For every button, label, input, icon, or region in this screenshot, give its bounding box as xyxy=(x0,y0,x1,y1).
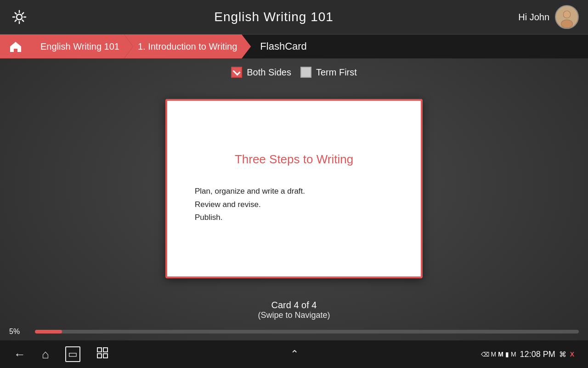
battery-icon: ▮ xyxy=(505,351,509,358)
card-counter-text: Card 4 of 4 xyxy=(0,300,588,310)
nav-center-group: ⌃ xyxy=(290,348,299,360)
nav-right-group: ⌫ M M ▮ M 12:08 PM ⌘ X xyxy=(481,350,574,359)
main-content: Both Sides Term First Three Steps to Wri… xyxy=(0,58,588,340)
breadcrumb-activity: FlashCard xyxy=(242,34,588,58)
svg-point-5 xyxy=(561,20,572,28)
svg-point-4 xyxy=(564,11,571,18)
email-icon: M xyxy=(491,351,497,358)
page-title: English Writing 101 xyxy=(29,10,518,24)
back-button[interactable]: ← xyxy=(14,347,26,362)
breadcrumb-lesson[interactable]: 1. Introduction to Writing xyxy=(124,34,251,58)
flashcard-def-line2: Review and revise. xyxy=(195,198,305,212)
breadcrumb-home-button[interactable] xyxy=(0,34,31,58)
progress-label: 5% xyxy=(9,328,28,336)
status-icons: ⌫ M M ▮ M xyxy=(481,351,516,358)
usb-icon: ⌫ xyxy=(481,351,489,358)
svg-rect-9 xyxy=(103,354,107,358)
nav-left-group: ← ⌂ ▭ xyxy=(14,346,108,362)
both-sides-checkbox[interactable] xyxy=(231,67,242,78)
options-row: Both Sides Term First xyxy=(0,58,588,84)
email-icon3: M xyxy=(511,351,516,358)
flashcard-area: Three Steps to Writing Plan, organize an… xyxy=(0,84,588,293)
card-swipe-hint: (Swipe to Navigate) xyxy=(0,310,588,320)
user-profile[interactable]: Hi John xyxy=(518,5,579,29)
both-sides-option[interactable]: Both Sides xyxy=(231,67,291,78)
user-greeting: Hi John xyxy=(518,12,549,23)
status-time: 12:08 PM xyxy=(520,350,555,359)
email-icon2: M xyxy=(498,351,503,358)
term-first-option[interactable]: Term First xyxy=(300,67,357,78)
flashcard-def-line1: Plan, organize and write a draft. xyxy=(195,185,305,198)
top-header: English Writing 101 Hi John xyxy=(0,0,588,34)
settings-button[interactable] xyxy=(9,7,29,27)
flashcard-definition: Plan, organize and write a draft. Review… xyxy=(186,185,305,225)
recents-button[interactable]: ▭ xyxy=(65,346,80,362)
bottom-nav: ← ⌂ ▭ ⌃ ⌫ M M ▮ M 12:08 PM ⌘ X xyxy=(0,340,588,368)
up-button[interactable]: ⌃ xyxy=(290,348,299,360)
progress-track xyxy=(35,330,579,334)
flashcard-term: Three Steps to Writing xyxy=(235,152,353,167)
breadcrumb: English Writing 101 1. Introduction to W… xyxy=(0,34,588,58)
term-first-checkbox[interactable] xyxy=(300,67,311,78)
breadcrumb-course[interactable]: English Writing 101 xyxy=(31,34,133,58)
progress-section: 5% xyxy=(0,323,588,340)
svg-rect-8 xyxy=(97,354,102,358)
card-counter: Card 4 of 4 (Swipe to Navigate) xyxy=(0,293,588,323)
home-button[interactable]: ⌂ xyxy=(42,347,49,362)
svg-rect-7 xyxy=(103,348,107,352)
signal-icon: X xyxy=(570,351,574,358)
svg-rect-6 xyxy=(97,348,102,352)
wifi-icon: ⌘ xyxy=(559,350,566,359)
flashcard[interactable]: Three Steps to Writing Plan, organize an… xyxy=(165,99,423,278)
svg-point-0 xyxy=(17,14,22,20)
progress-fill xyxy=(35,330,62,334)
grid-button[interactable] xyxy=(96,347,108,362)
both-sides-label: Both Sides xyxy=(247,67,291,78)
flashcard-def-line3: Publish. xyxy=(195,211,305,224)
avatar xyxy=(555,5,579,29)
term-first-label: Term First xyxy=(316,67,357,78)
